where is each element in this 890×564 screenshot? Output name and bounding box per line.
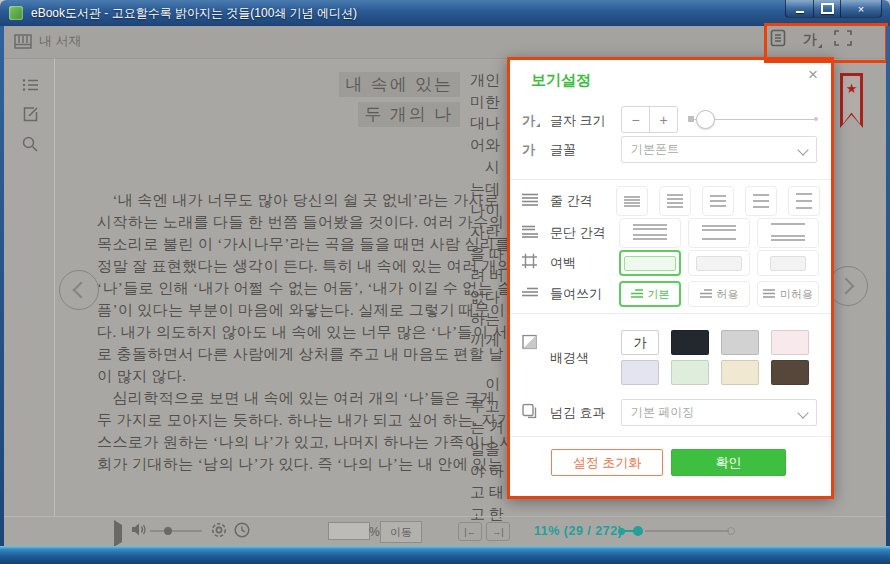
reset-settings-button[interactable]: 설정 초기화	[551, 449, 663, 476]
search-icon[interactable]	[22, 136, 38, 156]
paragraph-spacing-option-1[interactable]	[619, 218, 681, 248]
page-effect-row: 넘김 효과 기본 페이징	[510, 399, 831, 426]
toolbar-highlight-annotation	[764, 23, 888, 63]
font-family-select[interactable]: 기본폰트	[621, 136, 817, 163]
window-border-left	[0, 26, 4, 564]
line-spacing-option-4[interactable]	[745, 186, 777, 216]
speaker-icon	[131, 522, 147, 537]
book-page-text: ‘내 속엔 내가 너무도 많아 당신의 쉴 곳 없네’라는 가사로 시작하는 노…	[97, 189, 509, 475]
line-spacing-label: 줄 간격	[550, 192, 593, 210]
page-effect-icon	[522, 403, 537, 422]
indent-glyph	[700, 289, 712, 299]
previous-page-button[interactable]	[59, 270, 99, 310]
indent-option-disallow[interactable]: 미허용	[757, 281, 819, 307]
volume-thumb[interactable]	[164, 527, 172, 535]
gear-icon	[210, 521, 228, 539]
bg-color-swatch-green[interactable]	[671, 360, 709, 385]
paragraph-spacing-glyph	[771, 223, 805, 243]
line-spacing-option-1[interactable]	[616, 186, 648, 216]
margin-glyph	[770, 256, 806, 271]
titlebar: eBook도서관 - 고요할수록 밝아지는 것들(100쇄 기념 에디션) ×	[0, 0, 890, 26]
paragraph-spacing-option-2[interactable]	[688, 218, 750, 248]
slider-end-mark	[814, 117, 818, 121]
line-spacing-option-3[interactable]	[702, 186, 734, 216]
bg-color-swatch-lavender[interactable]	[621, 360, 659, 385]
indent-row: 들여쓰기 기본 허용 미허용	[510, 281, 831, 307]
table-of-contents-icon[interactable]	[22, 78, 39, 96]
margin-option-2[interactable]	[688, 250, 750, 276]
paragraph-spacing-glyph	[702, 225, 736, 242]
bg-color-swatch-white[interactable]: 가	[621, 330, 659, 355]
chevron-down-icon	[797, 407, 808, 418]
panel-close-button[interactable]: ×	[808, 65, 818, 85]
page-effect-label: 넘김 효과	[550, 404, 606, 422]
progress-remaining-track[interactable]	[645, 530, 729, 532]
progress-end-ring	[727, 527, 735, 535]
window-controls: ×	[785, 0, 882, 18]
minimize-icon	[796, 11, 804, 13]
my-library-label: 내 서재	[39, 32, 82, 50]
page-effect-select[interactable]: 기본 페이징	[621, 399, 817, 426]
paragraph-spacing-row: 문단 간격	[510, 218, 831, 248]
font-icon: 가	[522, 141, 535, 159]
top-toolbar	[4, 26, 886, 59]
my-library-button[interactable]: 내 서재	[14, 32, 82, 50]
line-spacing-option-2[interactable]	[659, 186, 691, 216]
chevron-down-icon	[797, 144, 808, 155]
panel-title: 보기설정	[531, 71, 591, 90]
jump-to-start-button[interactable]: |←	[458, 522, 482, 541]
jump-to-end-button[interactable]: →|	[486, 522, 510, 541]
chevron-right-icon	[838, 278, 855, 295]
font-size-slider-thumb[interactable]	[696, 110, 715, 129]
margin-label: 여백	[550, 254, 576, 272]
play-button[interactable]	[114, 525, 122, 543]
slider-start-mark	[688, 116, 694, 122]
window-border-right	[886, 26, 890, 564]
confirm-button[interactable]: 확인	[671, 449, 786, 476]
bg-color-swatch-brown[interactable]	[771, 360, 809, 385]
go-to-page-button[interactable]: 이동	[380, 521, 422, 543]
margin-option-3[interactable]	[757, 250, 819, 276]
divider	[510, 436, 831, 437]
minimize-button[interactable]	[785, 0, 814, 18]
indent-option-default[interactable]: 기본	[619, 281, 681, 307]
progress-thumb[interactable]	[633, 526, 643, 536]
bg-color-swatch-pink[interactable]	[771, 330, 809, 355]
line-spacing-glyph	[796, 193, 812, 209]
divider	[510, 179, 831, 180]
close-icon: ×	[858, 3, 864, 15]
reading-timer-button[interactable]	[234, 522, 250, 542]
next-page-button[interactable]	[828, 266, 868, 306]
bookmark-star-icon: ★	[840, 81, 863, 96]
font-size-increase-button[interactable]: +	[650, 107, 677, 132]
margin-icon	[522, 254, 537, 273]
bg-color-swatch-dark[interactable]	[671, 330, 709, 355]
indent-option-label: 허용	[717, 287, 739, 302]
line-spacing-option-5[interactable]	[788, 186, 820, 216]
page-percent-input[interactable]	[328, 522, 370, 540]
volume-slider[interactable]	[150, 530, 202, 532]
close-window-button[interactable]: ×	[841, 0, 882, 18]
chapter-title-line: 내 속에 있는	[339, 72, 461, 97]
tts-settings-button[interactable]	[210, 521, 228, 543]
paragraph-spacing-option-3[interactable]	[757, 218, 819, 248]
note-icon[interactable]	[22, 106, 39, 127]
paragraph-spacing-icon	[522, 224, 538, 242]
chevron-left-icon	[73, 282, 90, 299]
margin-option-1-selected[interactable]	[619, 250, 681, 276]
bg-color-swatch-beige[interactable]	[721, 360, 759, 385]
font-size-decrease-button[interactable]: −	[622, 107, 650, 132]
maximize-button[interactable]	[814, 0, 841, 18]
indent-glyph	[763, 289, 775, 299]
left-sidebar	[4, 58, 55, 516]
indent-option-allow[interactable]: 허용	[688, 281, 750, 307]
play-icon	[114, 520, 122, 547]
margin-glyph	[696, 256, 742, 271]
volume-button[interactable]	[131, 522, 147, 541]
line-spacing-icon	[522, 192, 538, 210]
app-logo-icon	[9, 6, 23, 20]
app-window: eBook도서관 - 고요할수록 밝아지는 것들(100쇄 기념 에디션) × …	[0, 0, 890, 564]
chapter-title-line: 두 개의 나	[358, 102, 461, 127]
bg-color-swatch-gray[interactable]	[721, 330, 759, 355]
font-family-value: 기본폰트	[631, 141, 679, 158]
